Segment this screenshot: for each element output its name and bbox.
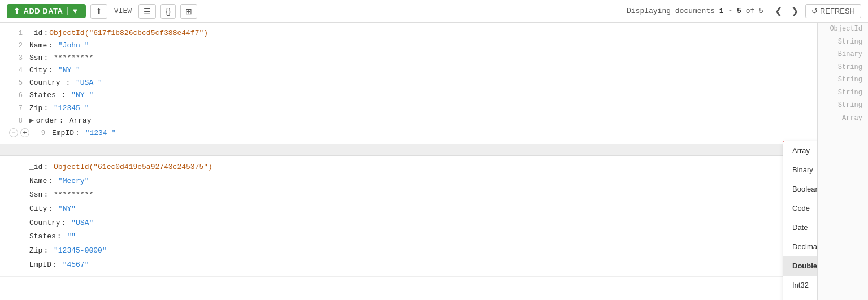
field-key: _id xyxy=(29,27,42,40)
remove-row-button[interactable]: − xyxy=(9,128,18,137)
type-label-string-5: String xyxy=(818,99,868,112)
add-row-button[interactable]: + xyxy=(20,128,29,137)
line-number-7: 7 xyxy=(9,103,23,114)
field-key: Zip xyxy=(29,102,42,115)
line-number-2: 2 xyxy=(9,40,23,51)
table-row: States : "" xyxy=(9,230,808,244)
field-value: "NY" xyxy=(54,202,76,216)
field-value: "NY " xyxy=(54,64,80,77)
field-value: "John " xyxy=(54,40,89,52)
table-row: _id : ObjectId("61ec0d419e5a92743c245375… xyxy=(9,160,808,175)
add-data-button[interactable]: ⬆ ADD DATA ▼ xyxy=(7,4,86,18)
list-view-icon: ☰ xyxy=(144,7,151,16)
table-row: Zip : "12345-0000" xyxy=(9,244,808,258)
dropdown-item-int32[interactable]: Int32 xyxy=(783,276,817,295)
field-key: City xyxy=(29,202,47,216)
table-row: 1 _id : ObjectId("617f1b826cbcd5cf388e44… xyxy=(9,27,808,40)
upload-button[interactable]: ⬆ xyxy=(90,4,107,19)
line-number-4: 4 xyxy=(9,65,23,76)
table-row: 3 Ssn : ********* xyxy=(9,52,808,64)
pagination-prefix: Displaying documents xyxy=(627,7,715,15)
type-sidebar: ObjectId String Binary String String Str… xyxy=(817,23,868,300)
refresh-icon: ↺ xyxy=(811,7,818,15)
dropdown-item-decimal128[interactable]: Decimal128 xyxy=(783,237,817,256)
section-divider xyxy=(0,145,817,156)
dropdown-item-date[interactable]: Date xyxy=(783,218,817,237)
json-view-button[interactable]: {} xyxy=(160,4,176,19)
table-row: 5 Country : "USA " xyxy=(9,77,808,89)
type-label-binary: Binary xyxy=(818,48,868,61)
dropdown-item-code[interactable]: Code xyxy=(783,199,817,218)
type-label-array: Array xyxy=(818,112,868,125)
refresh-label: REFRESH xyxy=(820,7,855,15)
document-2: _id : ObjectId("61ec0d419e5a92743c245375… xyxy=(0,156,817,277)
line-number-8: 8 xyxy=(9,115,23,127)
field-value: "12345-0000" xyxy=(49,244,106,258)
next-page-button[interactable]: ❯ xyxy=(789,5,801,18)
dropdown-item-boolean[interactable]: Boolean xyxy=(783,180,817,199)
field-key: Country xyxy=(29,77,60,89)
dropdown-item-int64[interactable]: Int64 xyxy=(783,295,817,301)
dropdown-arrow-icon: ▼ xyxy=(67,7,79,15)
table-row: − + 9 EmpID : "1234 " String ▼ Array Bin… xyxy=(9,127,808,140)
field-key: Name xyxy=(29,175,47,189)
line-number-9: 9 xyxy=(32,128,45,139)
table-row: 8 ▶ order : Array xyxy=(9,115,808,127)
field-value: ********* xyxy=(49,52,93,64)
dropdown-item-binary[interactable]: Binary xyxy=(783,160,817,180)
list-view-button[interactable]: ☰ xyxy=(138,4,156,19)
type-label-string-3: String xyxy=(818,73,868,86)
documents-area: 1 _id : ObjectId("617f1b826cbcd5cf388e44… xyxy=(0,23,817,300)
grid-view-button[interactable]: ⊞ xyxy=(180,4,197,19)
type-label-string-2: String xyxy=(818,61,868,74)
dropdown-item-array[interactable]: Array xyxy=(783,141,817,160)
toolbar: ⬆ ADD DATA ▼ ⬆ VIEW ☰ {} ⊞ Displaying do… xyxy=(0,0,868,23)
pagination-range: 1 - 5 xyxy=(719,7,741,15)
line-number-6: 6 xyxy=(9,90,23,101)
upload-icon: ⬆ xyxy=(14,7,20,15)
type-label-empid xyxy=(818,124,868,137)
field-key: Zip xyxy=(29,244,42,258)
table-row: Country : "USA" xyxy=(9,216,808,231)
add-data-label: ADD DATA xyxy=(24,7,63,15)
table-row: Name : "Meery" xyxy=(9,175,808,189)
field-value: "1234 " xyxy=(81,127,116,140)
json-view-icon: {} xyxy=(166,7,171,16)
field-value: ********* xyxy=(49,188,93,202)
field-value: "Meery" xyxy=(54,175,89,189)
field-key: _id xyxy=(29,160,42,175)
field-key: Ssn xyxy=(29,52,42,64)
dropdown-item-double[interactable]: Double xyxy=(783,256,817,276)
field-key: Country xyxy=(29,216,60,231)
view-label: VIEW xyxy=(112,7,134,15)
refresh-button[interactable]: ↺ REFRESH xyxy=(805,4,861,18)
main-content: 1 _id : ObjectId("617f1b826cbcd5cf388e44… xyxy=(0,23,868,300)
document-1: 1 _id : ObjectId("617f1b826cbcd5cf388e44… xyxy=(0,23,817,145)
upload-icon-2: ⬆ xyxy=(96,7,102,16)
table-row: 7 Zip : "12345 " xyxy=(9,102,808,115)
pagination-total: of 5 xyxy=(746,7,763,15)
field-key: Name xyxy=(29,40,47,52)
line-number-3: 3 xyxy=(9,53,23,64)
grid-view-icon: ⊞ xyxy=(185,7,192,16)
field-value: "4567" xyxy=(58,258,89,272)
table-row: EmpID : "4567" xyxy=(9,258,808,272)
table-row: 4 City : "NY " xyxy=(9,64,808,77)
field-key: order xyxy=(36,115,58,127)
field-value: "NY " xyxy=(67,89,93,102)
table-row: 6 States : "NY " xyxy=(9,89,808,102)
line-number-5: 5 xyxy=(9,77,23,89)
table-row: Ssn : ********* xyxy=(9,188,808,202)
row-actions: − + xyxy=(9,128,29,137)
chevron-right-icon: ❯ xyxy=(791,6,798,16)
field-value: Array xyxy=(65,115,92,127)
field-value: "" xyxy=(63,230,76,244)
type-label-objectid: ObjectId xyxy=(818,23,868,36)
prev-page-button[interactable]: ❮ xyxy=(772,5,784,18)
type-label-string-4: String xyxy=(818,86,868,99)
type-label-string-1: String xyxy=(818,36,868,49)
type-dropdown-menu: Array Binary Boolean Code Date Decimal12… xyxy=(783,141,817,300)
table-row: 2 Name : "John " xyxy=(9,40,808,52)
expand-icon[interactable]: ▶ xyxy=(29,115,34,127)
field-value: "USA " xyxy=(71,77,102,89)
